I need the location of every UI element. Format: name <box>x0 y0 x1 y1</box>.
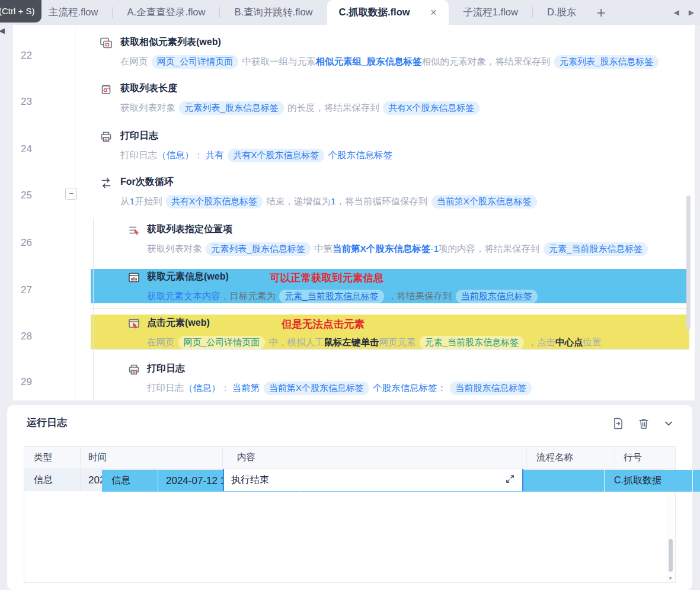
scroll-down-icon[interactable]: ▼ <box>668 576 673 581</box>
tab-scroll-left-icon[interactable]: ◀ <box>674 8 679 17</box>
tab-1[interactable]: 主流程.flow <box>34 0 112 25</box>
step-desc-text: 结束，递增值为 <box>264 196 331 206</box>
variable-chip[interactable]: 元素_当前股东信息标签 <box>544 242 648 256</box>
step-title: 点击元素(web) <box>147 317 210 329</box>
variable-chip[interactable]: 当前第X个股东信息标签 <box>264 381 369 395</box>
variable-chip[interactable]: 当前第X个股东信息标签 <box>431 195 537 209</box>
tab-3[interactable]: B.查询并跳转.flow <box>220 0 327 25</box>
step-desc-text: 打印日志 <box>120 150 157 160</box>
step-desc-text: -1 <box>430 243 439 254</box>
for-loop-icon <box>100 177 113 190</box>
flow-step-24[interactable]: 24打印日志打印日志（信息）： 共有 共有X个股东信息标签 个股东信息标签 <box>13 130 695 166</box>
step-desc-text: 中，模拟人工 <box>266 337 324 347</box>
log-line-cell: 29 <box>693 470 700 492</box>
step-desc-text: 鼠标左键单击 <box>324 337 379 347</box>
step-description: 在网页 网页_公司详情页面 中获取一组与元素相似元素组_股东信息标签相似的元素对… <box>120 54 660 69</box>
log-content-cell[interactable]: 执行结束 <box>223 469 527 491</box>
step-desc-text: 中第 <box>312 243 333 254</box>
step-desc-text: 个股东信息标签： <box>370 383 449 393</box>
log-table-header: 类型时间内容流程名称行号 <box>24 447 675 469</box>
flow-scrollbar-thumb[interactable] <box>686 195 691 329</box>
variable-chip[interactable]: 元素_当前股东信息标签 <box>279 290 383 303</box>
print-log-icon <box>100 130 113 143</box>
step-desc-text: ： <box>194 150 206 160</box>
step-title: 获取相似元素列表(web) <box>120 36 221 49</box>
save-shortcut-tooltip: (Ctrl + S) <box>0 0 41 23</box>
log-column-header: 行号 <box>615 447 665 468</box>
variable-chip[interactable]: 当前股东信息标签 <box>456 290 538 303</box>
step-title: 打印日志 <box>147 363 185 375</box>
clear-log-icon[interactable] <box>637 417 650 430</box>
flow-editor-panel: 22获取相似元素列表(web)在网页 网页_公司详情页面 中获取一组与元素相似元… <box>13 25 695 400</box>
flow-step-26[interactable]: 26获取列表指定位置项获取列表对象 元素列表_股东信息标签 中第当前第X个股东信… <box>13 224 695 259</box>
step-title: 获取列表指定位置项 <box>147 223 232 236</box>
step-desc-text: ： <box>220 383 232 393</box>
flow-step-25[interactable]: 25For次数循环从1开始到 共有X个股东信息标签 结束，递增值为1，将当前循环… <box>13 177 695 212</box>
list-get-item-icon <box>127 224 140 237</box>
step-line-number: 27 <box>21 284 47 296</box>
variable-chip[interactable]: 当前股东信息标签 <box>450 381 532 395</box>
run-log-title: 运行日志 <box>27 416 67 429</box>
tab-label: B.查询并跳转.flow <box>234 6 312 19</box>
collapse-loop-button[interactable]: − <box>65 188 77 200</box>
variable-chip[interactable]: 元素列表_股东信息标签 <box>554 55 659 69</box>
variable-chip[interactable]: 共有X个股东信息标签 <box>228 149 324 162</box>
step-line-number: 22 <box>21 50 47 62</box>
step-description: 在网页 网页_公司详情页面 中，模拟人工鼠标左键单击网页元素 元素_当前股东信息… <box>147 335 601 349</box>
run-log-panel: 运行日志 类型时间内容流程名称行号 信息2024-07-12 19:51:01.… <box>7 405 692 590</box>
tab-bar: 主流程.flowA.企查查登录.flowB.查询并跳转.flowC.抓取数据.f… <box>0 0 700 25</box>
step-desc-text: 打印日志 <box>147 383 184 393</box>
variable-chip[interactable]: 元素列表_股东信息标签 <box>179 101 283 115</box>
step-desc-text: ，将结果保存到 <box>385 291 455 301</box>
step-desc-text: 网页元素 <box>379 337 418 347</box>
tab-scroll-right-icon[interactable]: ▶ <box>689 8 694 17</box>
step-line-number: 23 <box>21 96 47 108</box>
variable-chip[interactable]: 网页_公司详情页面 <box>152 55 238 69</box>
step-desc-text: ，点击 <box>525 337 555 347</box>
tab-label: 子流程1.flow <box>463 6 518 19</box>
step-desc-text: 当前第X个股东信息标签 <box>333 243 430 254</box>
tab-label: 主流程.flow <box>49 6 98 19</box>
log-type-cell: 信息 <box>102 470 158 492</box>
step-line-number: 25 <box>21 190 47 201</box>
flow-step-23[interactable]: 23获取列表长度获取列表对象 元素列表_股东信息标签 的长度，将结果保存到 共有… <box>13 83 695 118</box>
step-title: 获取元素信息(web) <box>147 271 229 283</box>
flow-step-28[interactable]: 28点击元素(web)但是无法点击元素在网页 网页_公司详情页面 中，模拟人工鼠… <box>13 318 695 353</box>
tab-2[interactable]: A.企查查登录.flow <box>113 0 219 25</box>
step-annotation: 但是无法点击元素 <box>282 317 365 331</box>
add-tab-button[interactable]: + <box>590 1 611 24</box>
variable-chip[interactable]: 共有X个股东信息标签 <box>383 101 480 115</box>
step-desc-text: （信息） <box>157 150 194 160</box>
export-log-icon[interactable] <box>612 417 625 430</box>
step-desc-text: 在网页 <box>147 337 177 347</box>
step-description: 获取元素文本内容，目标元素为 元素_当前股东信息标签 ，将结果保存到 当前股东信… <box>147 289 539 303</box>
log-column-header: 时间 <box>81 447 223 468</box>
step-desc-text: 1 <box>130 196 135 206</box>
flow-step-29[interactable]: 29打印日志打印日志（信息）： 当前第 当前第X个股东信息标签 个股东信息标签：… <box>13 363 695 399</box>
collapse-left-panel-icon[interactable]: ◀ <box>0 26 5 35</box>
log-type-cell: 信息 <box>24 469 81 491</box>
variable-chip[interactable]: 元素_当前股东信息标签 <box>420 336 524 349</box>
expand-cell-icon[interactable] <box>505 474 515 486</box>
log-scrollbar-thumb[interactable] <box>669 539 673 572</box>
tab-label: C.抓取数据.flow <box>339 6 410 19</box>
flow-step-27[interactable]: 27获取元素信息(web)可以正常获取到元素信息获取元素文本内容，目标元素为 元… <box>13 271 695 307</box>
variable-chip[interactable]: 元素列表_股东信息标签 <box>206 242 310 256</box>
collapse-log-panel-icon[interactable] <box>662 417 675 430</box>
step-line-number: 29 <box>21 376 47 388</box>
tab-5[interactable]: 子流程1.flow <box>449 0 532 25</box>
step-description: 从1开始到 共有X个股东信息标签 结束，递增值为1，将当前循环值保存到 当前第X… <box>120 194 538 209</box>
log-content-editor[interactable]: 执行结束 <box>223 469 523 491</box>
tab-6[interactable]: D.股东 <box>533 0 591 25</box>
variable-chip[interactable]: 网页_公司详情页面 <box>178 336 265 349</box>
step-desc-text: 当前第 <box>232 383 263 393</box>
flow-step-22[interactable]: 22获取相似元素列表(web)在网页 网页_公司详情页面 中获取一组与元素相似元… <box>13 37 695 72</box>
close-tab-icon[interactable]: ✕ <box>430 8 437 17</box>
step-desc-text: 中心点 <box>555 337 583 347</box>
step-desc-text: 从 <box>120 196 130 206</box>
tab-4[interactable]: C.抓取数据.flow✕ <box>327 0 449 25</box>
tab-list: 主流程.flowA.企查查登录.flowB.查询并跳转.flowC.抓取数据.f… <box>34 0 590 25</box>
step-line-number: 24 <box>21 143 47 155</box>
step-desc-text: 相似的元素对象，将结果保存到 <box>422 56 553 66</box>
variable-chip[interactable]: 共有X个股东信息标签 <box>166 195 263 209</box>
